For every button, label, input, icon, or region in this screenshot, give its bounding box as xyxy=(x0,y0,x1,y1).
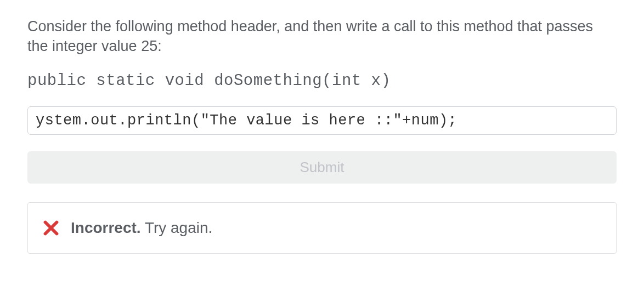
feedback-status-rest: Try again. xyxy=(141,219,213,236)
answer-input[interactable] xyxy=(27,106,617,135)
method-header-code: public static void doSomething(int x) xyxy=(27,72,617,90)
feedback-text: Incorrect. Try again. xyxy=(71,219,212,237)
feedback-box: Incorrect. Try again. xyxy=(27,202,617,254)
feedback-status-bold: Incorrect. xyxy=(71,219,141,236)
x-icon xyxy=(43,220,59,236)
submit-button[interactable]: Submit xyxy=(27,151,617,184)
question-prompt: Consider the following method header, an… xyxy=(27,16,617,56)
